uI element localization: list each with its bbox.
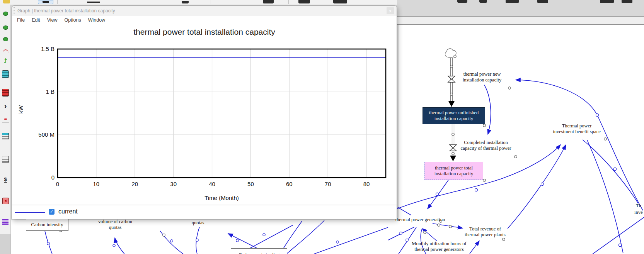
chevron-right-icon[interactable]: › [0,103,11,108]
stock-unfinished-installation-capacity[interactable]: thermal power unfinished installation ca… [423,107,485,124]
stock-total-installation-capacity-selected[interactable]: thermal power total installation capacit… [424,162,483,180]
app-secondary-bar [397,16,644,25]
toolbar-fragment-icon [298,0,310,3]
variable-total-revenue[interactable]: Total revenue of thermal power plants [456,226,514,238]
plot [12,24,397,206]
variable-completed-installation-capacity[interactable]: Completed installation capacity of therm… [455,140,516,151]
x-tick-label: 50 [239,181,262,187]
table-icon[interactable] [0,156,11,163]
toolbar-fragment-icon [182,1,189,3]
teal-document-icon[interactable] [0,70,11,78]
drag-grip-icon[interactable] [14,7,15,15]
x-tick-label: 30 [162,181,185,187]
clipped-variable-fragment: Th [636,203,644,209]
toolbar-separator [211,0,211,4]
x-tick-label: 40 [201,181,224,187]
toolbar-fragment-icon [333,0,347,3]
toolbar-fragment-icon [457,0,467,3]
app-top-toolbar-clipped [0,0,397,5]
toolbar-fragment-icon [479,0,487,3]
canvas-border [398,25,398,220]
status-green-circle-icon[interactable] [0,25,11,30]
toolbar-fragment-icon [600,0,614,3]
toolbar-fragment-icon [263,0,274,3]
note-arrow-icon[interactable]: ◂ [0,198,11,204]
toolbar-separator [57,0,58,4]
legend-checkbox[interactable]: ✓ [49,209,55,215]
application-window: { "app": { "top_toolbar_note": "clipped … [0,0,644,254]
dollar-icon[interactable]: $ [0,177,11,183]
y-tick-label: 500 M [16,131,55,138]
x-axis-label: Time (Month) [58,195,386,201]
legend-line-swatch [15,212,45,213]
purple-bars-icon[interactable] [0,219,11,225]
x-tick-label: 0 [46,181,69,187]
x-tick-label: 10 [85,181,108,187]
toolbar-separator [288,0,289,4]
line-graph-icon[interactable]: ≈ [0,117,11,122]
output-toolbar: ⤴›≈$◂ [0,5,11,234]
y-axis-label: kW [17,102,24,117]
toolbar-empty-area [0,234,11,254]
menu-options[interactable]: Options [61,17,85,23]
close-icon[interactable]: x [387,7,394,14]
toolbar-fragment-icon [87,2,100,3]
toolbar-fragment-icon [506,0,519,3]
variable-quotas[interactable]: quotas [186,220,210,226]
toolbar-fragment-icon [43,1,49,3]
variable-carbon-intensity-box[interactable]: Carbon intensity [26,218,68,231]
chart-area: thermal power total installation capacit… [12,24,397,206]
variable-monthly-utilization-hours[interactable]: Monthly utilization hours of thermal pow… [404,241,474,252]
variable-volume-of-carbon-quotas[interactable]: volume of carbon quotas [96,219,135,230]
graph-window-menubar: File Edit View Options Window [12,16,397,24]
status-green-circle-icon[interactable] [0,12,11,16]
menu-file[interactable]: File [14,17,28,23]
graph-window-titlebar[interactable]: Graph | thermal power total installation… [12,6,397,16]
red-document-icon[interactable] [0,89,11,97]
variable-thermal-power-generation[interactable]: thermal power generation [390,217,451,223]
table-teal-icon[interactable] [0,133,11,139]
menu-window[interactable]: Window [85,17,109,23]
graph-window-title: Graph | thermal power total installation… [17,8,115,14]
toolbar-fragment-icon [3,0,10,3]
green-up-arrow-icon[interactable]: ⤴ [0,59,11,63]
legend-series-label: current [58,208,78,215]
red-arc-icon[interactable] [0,49,11,53]
variable-new-installation-capacity[interactable]: thermal power new installation capacity [451,71,513,83]
toolbar-separator [168,0,168,4]
menu-edit[interactable]: Edit [28,17,44,23]
x-tick-label: 20 [123,181,147,187]
graph-window[interactable]: Graph | thermal power total installation… [12,5,397,219]
y-tick-label: 1 B [16,88,55,95]
y-tick-label: 1.5 B [16,46,55,52]
variable-investment-benefit-space[interactable]: Thermal power investment benefit space [546,123,608,135]
menu-view[interactable]: View [44,17,61,23]
legend-row: ✓ current [12,205,397,219]
toolbar-fragment-icon [537,0,548,3]
toolbar-fragment-icon [622,0,632,3]
y-tick-label: 0 [16,174,55,181]
x-tick-label: 60 [278,181,301,187]
clipped-variable-fragment: inve [634,210,644,215]
x-tick-label: 80 [355,181,378,187]
variable-carbon-quota-trading-box[interactable]: Carbon quota trading volume [231,248,287,254]
status-green-circle-icon[interactable] [0,37,11,41]
x-tick-label: 70 [316,181,339,187]
